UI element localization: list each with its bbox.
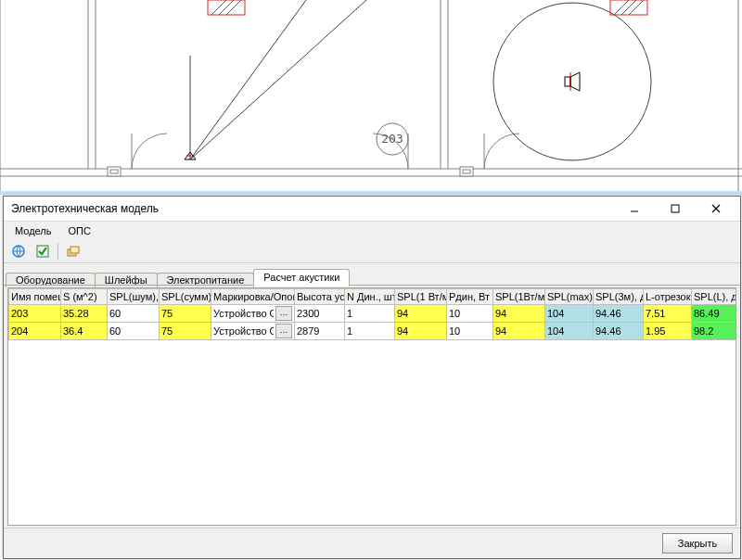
browse-button[interactable]: … — [275, 306, 292, 321]
globe-icon[interactable] — [7, 241, 30, 261]
close-window-button[interactable] — [696, 197, 736, 220]
col-ndyn[interactable]: N Дин., шт — [345, 289, 395, 305]
browse-button[interactable]: … — [275, 324, 292, 338]
cell[interactable]: 60 — [108, 305, 160, 323]
cell[interactable]: 94 — [493, 323, 545, 340]
tab-equipment[interactable]: Оборудование — [6, 273, 96, 287]
cell[interactable]: 86.49 — [692, 305, 737, 323]
col-splsum[interactable]: SPL(сумм), — [160, 289, 211, 305]
cell[interactable]: 104 — [545, 323, 594, 340]
tab-acoustics[interactable]: Расчет акустики — [253, 269, 350, 286]
titlebar: Электротехническая модель — [4, 197, 740, 222]
svg-rect-27 — [672, 205, 679, 212]
col-room[interactable]: Имя помещ — [9, 289, 61, 305]
svg-line-16 — [190, 0, 366, 159]
col-splL[interactable]: SPL(L), дБ — [692, 289, 737, 305]
electrotechnical-model-dialog: Электротехническая модель Модель ОПС — [3, 196, 741, 559]
cell[interactable]: 94 — [395, 305, 447, 323]
dialog-button-row: Закрыть — [4, 528, 740, 558]
cell[interactable]: 94 — [493, 305, 545, 323]
layers-icon[interactable] — [62, 241, 84, 261]
cell[interactable]: 203 — [9, 305, 61, 323]
cell[interactable]: 94.46 — [594, 323, 644, 340]
tab-loops[interactable]: Шлейфы — [95, 273, 158, 287]
acoustics-table: Имя помещ S (м^2) SPL(шум), SPL(сумм), М… — [8, 288, 736, 340]
menu-model[interactable]: Модель — [7, 223, 58, 238]
cell[interactable]: 98.2 — [692, 323, 737, 340]
toolbar — [4, 240, 740, 263]
cell[interactable]: 36.4 — [61, 323, 108, 340]
toolbar-separator — [58, 243, 58, 260]
col-height[interactable]: Высота уст — [295, 289, 345, 305]
cell[interactable]: Устройство ОПС … — [211, 323, 295, 340]
room-label-text: 203 — [381, 132, 403, 146]
svg-point-11 — [493, 3, 651, 160]
table-row[interactable]: 203 35.28 60 75 Устройство ОПС … 2300 1 … — [9, 305, 737, 323]
col-splmax[interactable]: SPL(max), — [545, 289, 594, 305]
cell[interactable]: 2879 — [295, 323, 345, 340]
cell[interactable]: 1 — [345, 305, 395, 323]
col-splnoise[interactable]: SPL(шум), — [108, 289, 160, 305]
cell[interactable]: 2300 — [295, 305, 345, 323]
cell[interactable]: 1.95 — [644, 323, 692, 340]
col-lseg[interactable]: L-отрезок, — [644, 289, 692, 305]
svg-rect-19 — [110, 170, 118, 173]
window-title: Электротехническая модель — [11, 202, 614, 215]
cell[interactable]: 75 — [160, 323, 211, 340]
svg-rect-31 — [70, 247, 79, 253]
tabstrip: Оборудование Шлейфы Электропитание Расче… — [4, 263, 740, 286]
svg-rect-25 — [0, 191, 742, 195]
check-icon[interactable] — [32, 241, 54, 261]
close-button[interactable]: Закрыть — [662, 533, 733, 554]
cell[interactable]: 1 — [345, 323, 395, 340]
svg-rect-21 — [463, 170, 470, 173]
col-pdyn[interactable]: Pдин, Вт — [447, 289, 493, 305]
cell[interactable]: 60 — [108, 323, 160, 340]
cell[interactable]: 204 — [9, 323, 61, 340]
svg-rect-12 — [565, 77, 570, 86]
loudspeaker-icon — [565, 72, 580, 91]
floor-plan-svg: 203 — [0, 0, 742, 195]
cell-text: Устройство ОПС — [213, 308, 274, 319]
cell[interactable]: 75 — [160, 305, 211, 323]
floor-plan: 203 — [0, 0, 742, 195]
cell[interactable]: 94 — [395, 323, 447, 340]
minimize-button[interactable] — [614, 197, 655, 220]
cell[interactable]: 94.46 — [594, 305, 644, 323]
col-spl3[interactable]: SPL(3м), д — [594, 289, 644, 305]
col-spl1b[interactable]: SPL(1Вт/м, — [493, 289, 545, 305]
tab-power[interactable]: Электропитание — [157, 273, 255, 287]
col-area[interactable]: S (м^2) — [61, 289, 108, 305]
acoustics-grid[interactable]: Имя помещ S (м^2) SPL(шум), SPL(сумм), М… — [7, 287, 736, 526]
menu-ops[interactable]: ОПС — [60, 223, 97, 238]
cell[interactable]: Устройство ОПС … — [211, 305, 295, 323]
col-marking[interactable]: Маркировка/Опов — [211, 289, 295, 305]
cell[interactable]: 7.51 — [644, 305, 692, 323]
cell[interactable]: 35.28 — [61, 305, 108, 323]
maximize-button[interactable] — [655, 197, 696, 220]
svg-line-15 — [190, 0, 306, 159]
menubar: Модель ОПС — [4, 222, 740, 240]
table-row[interactable]: 204 36.4 60 75 Устройство ОПС … 2879 1 9… — [9, 323, 737, 340]
cell[interactable]: 104 — [545, 305, 594, 323]
cell[interactable]: 10 — [447, 323, 493, 340]
col-spl1[interactable]: SPL(1 Вт/м — [395, 289, 447, 305]
table-header-row: Имя помещ S (м^2) SPL(шум), SPL(сумм), М… — [9, 289, 737, 305]
cell-text: Устройство ОПС — [213, 325, 274, 337]
cell[interactable]: 10 — [447, 305, 493, 323]
